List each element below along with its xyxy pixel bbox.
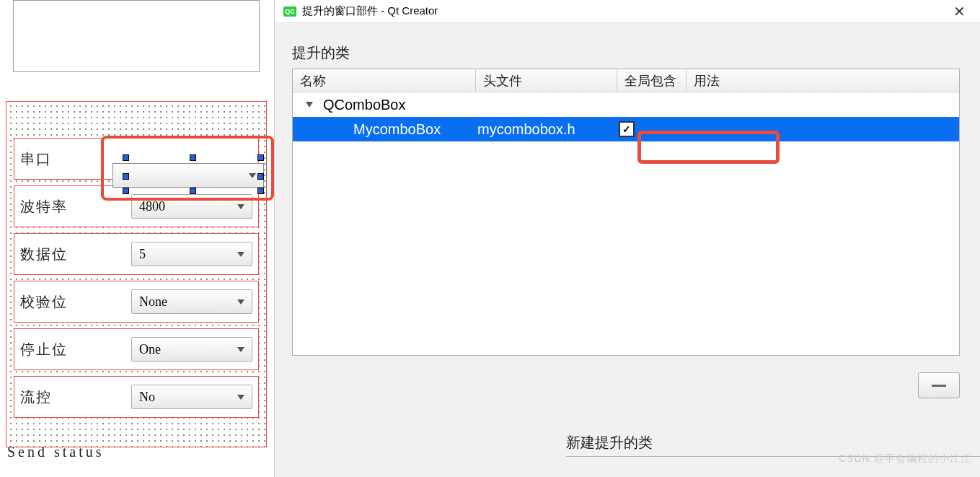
tree-item-mycombobox[interactable]: MycomboBox mycombobox.h ✓ <box>293 117 959 141</box>
minus-icon <box>932 385 946 387</box>
tree-item-qcombobox[interactable]: QComboBox <box>293 92 959 117</box>
form-row-databits: 数据位 5 <box>14 233 259 275</box>
child-header: mycombobox.h <box>476 121 617 138</box>
resize-handle[interactable] <box>257 173 264 180</box>
tree-header: 名称 头文件 全局包含 用法 <box>293 69 959 92</box>
combo-baud-value: 4800 <box>139 199 165 214</box>
remove-button[interactable] <box>918 372 960 398</box>
global-include-checkbox[interactable]: ✓ <box>619 121 635 137</box>
chevron-down-icon <box>249 173 256 178</box>
promoted-classes-tree[interactable]: 名称 头文件 全局包含 用法 QComboBox MycomboBox myco… <box>292 69 960 356</box>
chevron-down-icon <box>237 347 244 352</box>
chevron-down-icon <box>237 252 244 257</box>
combo-parity[interactable]: None <box>131 289 252 314</box>
combo-parity-value: None <box>139 294 167 310</box>
combo-flowcontrol-value: No <box>139 390 155 405</box>
combo-stopbits[interactable]: One <box>131 337 252 362</box>
combo-databits[interactable]: 5 <box>131 242 252 266</box>
resize-handle[interactable] <box>123 173 129 180</box>
resize-handle[interactable] <box>123 188 129 194</box>
child-global-include: ✓ <box>617 121 687 137</box>
form-row-stopbits: 停止位 One <box>14 328 259 370</box>
watermark: CSDN @不会编程的小江江 <box>839 452 971 465</box>
chevron-down-icon <box>237 204 244 209</box>
col-header-file[interactable]: 头文件 <box>476 69 617 92</box>
promote-dialog: QC 提升的窗口部件 - Qt Creator ✕ 提升的类 名称 头文件 全局… <box>274 0 980 477</box>
label-stopbits: 停止位 <box>20 340 121 359</box>
new-promoted-class-label: 新建提升的类 <box>566 433 653 452</box>
promoted-classes-label: 提升的类 <box>292 43 963 63</box>
designer-panel: 串口 波特率 4800 数据位 5 校验位 None 停止位 <box>0 0 274 477</box>
label-flowcontrol: 流控 <box>20 388 121 407</box>
combo-flowcontrol[interactable]: No <box>131 385 252 409</box>
resize-handle[interactable] <box>257 154 264 161</box>
tree-parent-label: QComboBox <box>323 97 406 113</box>
upper-widget-box <box>13 0 260 72</box>
close-button[interactable]: ✕ <box>948 3 971 20</box>
resize-handle[interactable] <box>123 154 129 161</box>
col-usage[interactable]: 用法 <box>687 69 959 92</box>
expand-icon[interactable] <box>306 102 313 108</box>
check-icon: ✓ <box>622 123 631 135</box>
resize-handle[interactable] <box>257 188 264 194</box>
col-global-include[interactable]: 全局包含 <box>617 69 687 92</box>
qt-creator-icon: QC <box>283 6 296 17</box>
resize-handle[interactable] <box>190 154 196 161</box>
combo-databits-value: 5 <box>139 247 146 262</box>
form-row-flowcontrol: 流控 No <box>14 376 259 418</box>
combo-port-selected[interactable] <box>112 163 264 188</box>
chevron-down-icon <box>237 299 244 305</box>
label-parity: 校验位 <box>20 292 121 312</box>
send-status-label: Send status <box>7 444 105 460</box>
window-title: 提升的窗口部件 - Qt Creator <box>302 4 438 18</box>
combo-stopbits-value: One <box>139 342 161 357</box>
label-databits: 数据位 <box>20 245 121 264</box>
chevron-down-icon <box>237 395 244 400</box>
resize-handle[interactable] <box>190 188 196 194</box>
dialog-body: 提升的类 名称 头文件 全局包含 用法 QComboBox MycomboBox… <box>275 23 980 356</box>
child-name: MycomboBox <box>293 121 476 138</box>
col-name[interactable]: 名称 <box>293 69 476 92</box>
titlebar: QC 提升的窗口部件 - Qt Creator ✕ <box>275 0 980 23</box>
form-row-parity: 校验位 None <box>14 281 259 323</box>
